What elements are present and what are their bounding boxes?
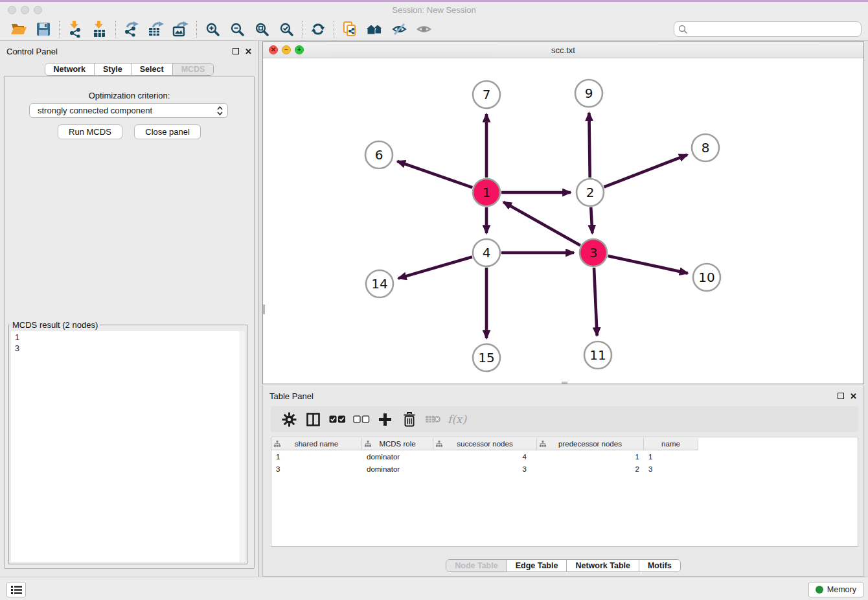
control-panel: Control Panel ✕ NetworkStyleSelectMCDS O…: [0, 41, 259, 577]
table-cell[interactable]: 3: [644, 464, 698, 475]
table-tab-motifs[interactable]: Motifs: [639, 560, 680, 571]
zoom-in-button[interactable]: [200, 19, 225, 39]
delete-column-button[interactable]: [397, 409, 421, 430]
zoom-selected-icon: [279, 22, 293, 36]
svg-text:9: 9: [585, 86, 593, 101]
graph-node-7[interactable]: 7: [473, 81, 500, 108]
column-header-predecessor-nodes[interactable]: predecessor nodes: [537, 438, 644, 450]
cytopanel-toggle-button[interactable]: [6, 582, 26, 597]
delete-table-button[interactable]: [421, 409, 445, 430]
graph-edge-2-8[interactable]: [604, 155, 687, 187]
graph-node-1[interactable]: 1: [473, 179, 500, 206]
search-input[interactable]: [674, 21, 862, 37]
table-cell[interactable]: 1: [271, 452, 362, 463]
tab-network[interactable]: Network: [45, 63, 94, 75]
run-mcds-button[interactable]: Run MCDS: [58, 124, 122, 139]
graph-edge-3-1[interactable]: [503, 202, 580, 246]
graph-node-8[interactable]: 8: [692, 134, 719, 161]
criterion-select[interactable]: strongly connected component: [29, 103, 228, 118]
table-cell[interactable]: 1: [537, 452, 644, 463]
hide-selected-button[interactable]: [387, 19, 411, 39]
export-table-button[interactable]: [144, 19, 168, 39]
close-table-panel-icon[interactable]: ✕: [850, 392, 857, 400]
network-window-titlebar[interactable]: ✕ − + scc.txt: [263, 42, 863, 58]
table-cell[interactable]: 1: [644, 452, 698, 463]
memory-button[interactable]: Memory: [808, 582, 863, 597]
graph-edge-2-9[interactable]: [589, 113, 589, 178]
graph-node-11[interactable]: 11: [584, 341, 611, 369]
graph-node-14[interactable]: 14: [366, 270, 393, 297]
graph-node-15[interactable]: 15: [473, 344, 500, 371]
table-tab-network-table[interactable]: Network Table: [566, 560, 639, 571]
graph-edge-4-14[interactable]: [398, 257, 472, 278]
float-table-panel-icon[interactable]: [838, 393, 844, 399]
svg-text:1: 1: [483, 185, 491, 200]
node-table[interactable]: shared nameMCDS rolesuccessor nodesprede…: [271, 437, 858, 547]
graph-node-10[interactable]: 10: [693, 264, 720, 291]
delete-table-icon: [425, 414, 441, 424]
toolbar-separator: [196, 21, 197, 38]
import-table-icon: [92, 21, 108, 38]
graph-node-3[interactable]: 3: [580, 239, 607, 266]
graph-node-6[interactable]: 6: [365, 141, 393, 168]
svg-text:2: 2: [586, 185, 595, 200]
search-icon: [678, 25, 688, 34]
tab-mcds[interactable]: MCDS: [172, 63, 214, 75]
table-cell[interactable]: 3: [433, 464, 537, 475]
show-hidden-button[interactable]: [411, 19, 436, 39]
graph-edge-3-11[interactable]: [594, 268, 597, 336]
split-panel-button[interactable]: [301, 409, 325, 430]
graph-edge-2-3[interactable]: [591, 207, 592, 233]
apply-function-button[interactable]: f(x): [445, 409, 469, 430]
svg-text:4: 4: [483, 245, 491, 260]
table-settings-button[interactable]: [277, 409, 301, 430]
float-panel-icon[interactable]: [233, 48, 239, 54]
zoom-selected-button[interactable]: [274, 19, 299, 39]
column-header-successor-nodes[interactable]: successor nodes: [433, 438, 537, 450]
column-header-shared-name[interactable]: shared name: [271, 438, 362, 450]
close-panel-button[interactable]: Close panel: [134, 124, 201, 139]
tab-style[interactable]: Style: [94, 63, 131, 75]
table-cell[interactable]: 3: [271, 464, 362, 475]
zoom-fit-button[interactable]: [249, 19, 274, 39]
table-cell[interactable]: dominator: [362, 464, 433, 475]
table-row[interactable]: 1dominator411: [271, 452, 698, 463]
unchecked-boxes-icon: [353, 415, 370, 424]
open-session-button[interactable]: [6, 19, 31, 39]
deselect-all-button[interactable]: [349, 409, 373, 430]
hide-eye-icon: [392, 22, 407, 36]
export-image-button[interactable]: [168, 19, 193, 39]
add-column-button[interactable]: [373, 409, 397, 430]
graph-edge-1-6[interactable]: [397, 161, 472, 188]
zoom-out-button[interactable]: [225, 19, 249, 39]
save-session-button[interactable]: [31, 19, 56, 39]
graph-node-9[interactable]: 9: [575, 80, 602, 107]
tab-select[interactable]: Select: [131, 63, 172, 75]
export-network-icon: [123, 21, 140, 37]
mcds-result-textarea[interactable]: 1 3: [11, 331, 245, 562]
close-panel-icon[interactable]: ✕: [245, 47, 252, 56]
table-cell[interactable]: 2: [537, 464, 644, 475]
show-all-button[interactable]: [362, 19, 387, 39]
table-cell[interactable]: 4: [433, 452, 537, 463]
refresh-view-button[interactable]: [306, 19, 330, 39]
graph-node-2[interactable]: 2: [577, 179, 604, 206]
column-header-name[interactable]: name: [644, 438, 698, 450]
graph-edge-3-10[interactable]: [608, 256, 687, 273]
column-header-MCDS-role[interactable]: MCDS role: [362, 438, 433, 450]
export-network-button[interactable]: [119, 19, 144, 39]
clone-network-button[interactable]: [337, 19, 362, 39]
vertical-scroll-thumb[interactable]: [263, 305, 265, 314]
table-row[interactable]: 3dominator323: [271, 464, 698, 475]
horizontal-scroll-thumb[interactable]: [562, 382, 567, 384]
import-network-button[interactable]: [63, 19, 87, 39]
column-type-icon: [540, 441, 546, 447]
import-table-button[interactable]: [87, 19, 112, 39]
table-cell[interactable]: dominator: [362, 452, 433, 463]
table-tab-node-table[interactable]: Node Table: [446, 560, 506, 571]
select-all-button[interactable]: [325, 409, 349, 430]
graph-node-4[interactable]: 4: [473, 239, 500, 266]
result-scrollbar[interactable]: [240, 331, 245, 562]
network-canvas[interactable]: 7968124314101511: [263, 58, 863, 384]
table-tab-edge-table[interactable]: Edge Table: [507, 560, 567, 571]
